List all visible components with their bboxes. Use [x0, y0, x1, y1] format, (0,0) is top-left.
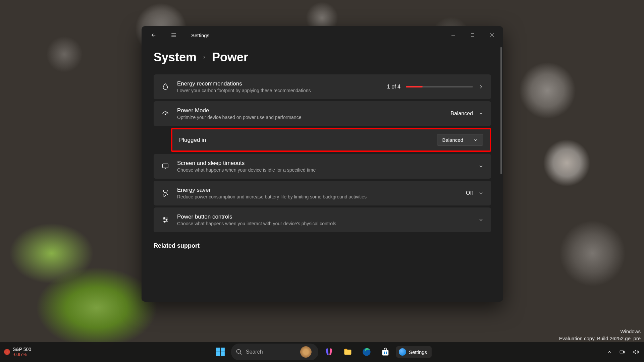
taskbar-edge[interactable] [359, 344, 375, 360]
taskbar: ↓ S&P 500 -0.97% Search [0, 342, 644, 362]
taskbar-search[interactable]: Search [231, 344, 318, 360]
svg-rect-11 [384, 353, 385, 355]
power-mode-value: Balanced [450, 111, 473, 117]
leaf-icon [161, 82, 170, 91]
taskbar-copilot[interactable] [321, 344, 337, 360]
svg-rect-0 [471, 34, 474, 37]
running-app-label: Settings [409, 349, 427, 355]
svg-rect-9 [384, 352, 385, 353]
arrow-left-icon [151, 32, 157, 38]
breadcrumb-system[interactable]: System [154, 50, 197, 64]
window-title: Settings [191, 33, 209, 38]
svg-rect-2 [163, 164, 168, 168]
chevron-down-icon [478, 190, 484, 196]
stock-change: -0.97% [13, 352, 31, 357]
chevron-down-icon [473, 138, 478, 142]
energy-saver-card[interactable]: Energy saver Reduce power consumption an… [154, 181, 491, 205]
taskbar-widget-stocks[interactable]: ↓ S&P 500 -0.97% [4, 347, 31, 357]
svg-point-4 [166, 219, 167, 221]
plugged-in-row-highlighted: Plugged in Balanced [171, 128, 491, 152]
windows-watermark: Windows Evaluation copy. Build 26252.ge_… [559, 328, 641, 342]
plugged-in-label: Plugged in [179, 137, 437, 143]
tray-overflow[interactable] [606, 348, 613, 356]
card-subtitle: Reduce power consumption and increase ba… [177, 194, 459, 199]
store-icon [381, 347, 390, 357]
close-icon [490, 33, 494, 37]
progress-bar [406, 86, 473, 87]
chevron-up-icon [607, 350, 612, 354]
svg-rect-8 [382, 350, 389, 355]
minimize-button[interactable] [443, 28, 463, 42]
maximize-icon [471, 33, 475, 37]
taskbar-store[interactable] [377, 344, 393, 360]
chevron-up-icon [478, 111, 484, 116]
folder-icon [343, 347, 353, 357]
svg-rect-12 [386, 353, 387, 355]
monitor-icon [161, 162, 170, 171]
svg-point-5 [164, 221, 165, 223]
leaf-heart-icon [161, 189, 170, 197]
card-subtitle: Optimize your device based on power use … [177, 115, 443, 120]
card-title: Energy recommendations [177, 80, 380, 87]
back-button[interactable] [147, 28, 160, 42]
search-icon [236, 349, 243, 355]
energy-saver-value: Off [466, 190, 473, 196]
watermark-line1: Windows [559, 328, 641, 335]
settings-window: Settings System Power [142, 26, 503, 302]
volume-icon [633, 349, 639, 355]
network-icon [619, 349, 625, 355]
settings-app-icon [399, 348, 406, 356]
windows-logo-icon [216, 348, 225, 356]
card-subtitle: Choose what happens when you interact wi… [177, 221, 471, 226]
chevron-down-icon [478, 217, 484, 223]
screen-sleep-card[interactable]: Screen and sleep timeouts Choose what ha… [154, 154, 491, 179]
svg-rect-13 [620, 351, 624, 353]
breadcrumb-current: Power [212, 50, 248, 64]
svg-rect-14 [624, 352, 625, 353]
maximize-button[interactable] [463, 28, 482, 42]
chevron-right-icon [478, 84, 484, 89]
progress-label: 1 of 4 [387, 84, 400, 90]
energy-recommendations-card[interactable]: Energy recommendations Lower your carbon… [154, 74, 491, 99]
stock-down-icon: ↓ [4, 349, 10, 355]
content-area: System Power Energy recommendations Lowe… [142, 44, 503, 302]
svg-point-3 [164, 218, 165, 219]
speedometer-icon [161, 109, 170, 118]
watermark-line2: Evaluation copy. Build 26252.ge_pre [559, 335, 641, 342]
start-button[interactable] [212, 344, 228, 360]
tray-network[interactable] [618, 348, 627, 356]
sliders-icon [161, 216, 170, 224]
chevron-down-icon [478, 164, 484, 169]
scrollbar[interactable] [500, 47, 502, 174]
plugged-in-dropdown[interactable]: Balanced [437, 134, 483, 146]
svg-point-1 [165, 114, 166, 115]
dropdown-value: Balanced [442, 137, 463, 143]
search-placeholder: Search [246, 349, 263, 355]
close-button[interactable] [482, 28, 502, 42]
tray-volume[interactable] [631, 348, 640, 356]
svg-point-6 [236, 350, 240, 354]
card-title: Energy saver [177, 187, 459, 193]
progress-fill [406, 86, 423, 87]
breadcrumb: System Power [154, 50, 491, 64]
stock-name: S&P 500 [13, 347, 31, 352]
hamburger-icon [171, 32, 177, 38]
card-title: Screen and sleep timeouts [177, 160, 471, 167]
nav-menu-button[interactable] [167, 28, 180, 42]
chevron-right-icon [202, 55, 207, 60]
minimize-icon [451, 33, 455, 37]
card-title: Power button controls [177, 214, 471, 220]
copilot-icon [324, 347, 334, 357]
card-title: Power Mode [177, 107, 443, 114]
card-subtitle: Lower your carbon footprint by applying … [177, 88, 380, 93]
titlebar: Settings [142, 26, 503, 44]
search-highlight-icon [300, 346, 312, 358]
power-button-controls-card[interactable]: Power button controls Choose what happen… [154, 207, 491, 232]
taskbar-file-explorer[interactable] [340, 344, 356, 360]
edge-icon [362, 347, 371, 357]
svg-rect-10 [386, 352, 387, 353]
card-subtitle: Choose what happens when your device is … [177, 167, 471, 173]
taskbar-settings-app[interactable]: Settings [396, 346, 432, 358]
power-mode-card[interactable]: Power Mode Optimize your device based on… [154, 101, 491, 126]
related-support-header: Related support [154, 242, 491, 249]
